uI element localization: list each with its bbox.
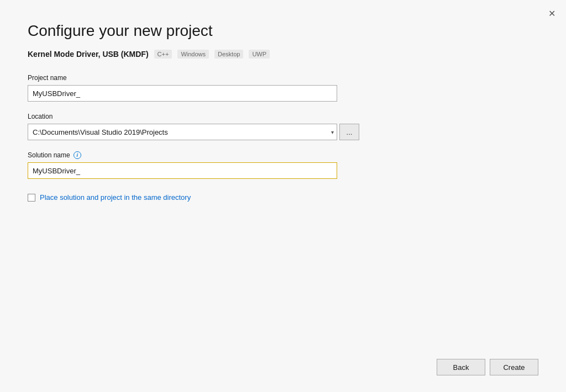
same-directory-checkbox[interactable] — [28, 194, 35, 202]
subtitle-row: Kernel Mode Driver, USB (KMDF) C++ Windo… — [28, 50, 538, 59]
project-name-label: Project name — [28, 74, 538, 82]
location-label: Location — [28, 113, 538, 120]
tag-uwp: UWP — [249, 50, 270, 59]
project-name-section: Project name — [28, 74, 538, 102]
location-select-wrapper: C:\Documents\Visual Studio 2019\Projects… — [28, 124, 337, 140]
solution-name-label: Solution name i — [28, 151, 538, 159]
info-icon: i — [74, 151, 81, 159]
location-row: C:\Documents\Visual Studio 2019\Projects… — [28, 124, 538, 140]
browse-button[interactable]: ... — [339, 124, 359, 140]
tag-desktop: Desktop — [214, 50, 243, 59]
solution-name-input[interactable] — [28, 162, 337, 179]
solution-name-section: Solution name i — [28, 151, 538, 179]
tag-windows: Windows — [177, 50, 209, 59]
same-directory-label[interactable]: Place solution and project in the same d… — [40, 193, 191, 202]
location-section: Location C:\Documents\Visual Studio 2019… — [28, 113, 538, 140]
create-button[interactable]: Create — [490, 359, 538, 375]
configure-project-dialog: ✕ Configure your new project Kernel Mode… — [0, 0, 566, 392]
same-directory-row: Place solution and project in the same d… — [28, 193, 538, 202]
location-dropdown[interactable]: C:\Documents\Visual Studio 2019\Projects — [28, 124, 337, 140]
project-name-input[interactable] — [28, 85, 337, 102]
back-button[interactable]: Back — [437, 359, 485, 375]
spacer — [28, 202, 538, 353]
project-type-label: Kernel Mode Driver, USB (KMDF) — [28, 50, 149, 59]
tag-cpp: C++ — [154, 50, 172, 59]
dialog-title: Configure your new project — [28, 22, 538, 40]
close-button[interactable]: ✕ — [545, 7, 558, 20]
dialog-footer: Back Create — [28, 353, 538, 375]
